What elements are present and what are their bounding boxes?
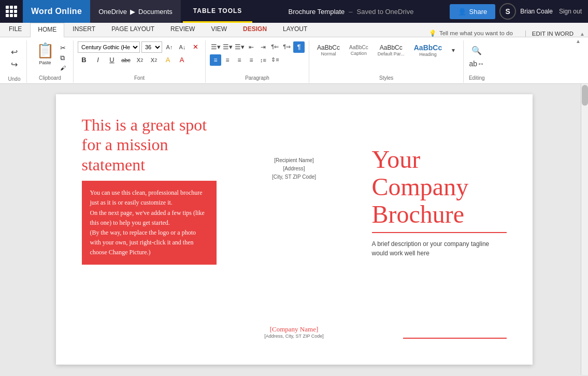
para-spacing-button[interactable]: ⇕≡ xyxy=(269,54,281,66)
table-tools-section: TABLE TOOLS xyxy=(183,0,253,23)
tell-me-area[interactable]: 💡 Tell me what you want to do xyxy=(423,30,519,37)
recipient-address[interactable]: [Recipient Name] [Address] [City, ST ZIP… xyxy=(272,156,316,181)
font-color-button[interactable]: A xyxy=(176,54,188,66)
multilevel-list-button[interactable]: ☰▾ xyxy=(234,41,245,53)
numbered-list-button[interactable]: ☰▾ xyxy=(222,41,233,53)
scroll-thumb[interactable] xyxy=(582,85,588,106)
copy-button[interactable]: ⧉ xyxy=(59,53,67,63)
align-left-button[interactable]: ≡ xyxy=(210,54,221,66)
italic-button[interactable]: I xyxy=(92,54,104,66)
style-heading[interactable]: AaBbCc Heading xyxy=(410,41,446,60)
style-default-par[interactable]: AaBbCc Default Par... xyxy=(374,42,408,59)
style-normal[interactable]: AaBbCc Normal xyxy=(313,42,343,59)
brochure-description[interactable]: A brief description or your company tagl… xyxy=(372,239,507,258)
tab-layout[interactable]: LAYOUT xyxy=(275,22,315,37)
ribbon-collapse-arrow[interactable]: ▲ xyxy=(578,31,587,37)
brochure-column: Your Company Brochure A brief descriptio… xyxy=(372,115,507,344)
company-address: [Address, City, ST ZIP Code] xyxy=(264,334,324,339)
increase-indent-button[interactable]: ⇥ xyxy=(257,41,269,53)
superscript-button[interactable]: X2 xyxy=(148,54,160,66)
format-painter-button[interactable]: 🖌 xyxy=(59,64,67,72)
styles-label: Styles xyxy=(379,75,393,81)
align-center-button[interactable]: ≡ xyxy=(222,54,233,66)
vertical-scrollbar[interactable] xyxy=(581,84,588,375)
tab-design[interactable]: DESIGN xyxy=(235,22,275,37)
subscript-button[interactable]: X2 xyxy=(134,54,146,66)
lightbulb-icon: 💡 xyxy=(429,30,436,37)
increase-font-button[interactable]: A↑ xyxy=(164,41,175,53)
undo-label: Undo xyxy=(8,76,21,82)
paragraph-label: Paragraph xyxy=(245,75,269,81)
doc-name: Brochure Template xyxy=(288,8,345,16)
styles-section: AaBbCc Normal AaBbCc Caption AaBbCc Defa… xyxy=(309,40,464,83)
align-right-button[interactable]: ≡ xyxy=(234,54,245,66)
font-section: Century Gothic (He 36 A↑ A↓ ✕ B I U abc … xyxy=(74,40,206,83)
doc-area: This is a great spot for a mission state… xyxy=(0,84,588,375)
editing-section: 🔍 ab↔ Editing xyxy=(464,40,490,83)
cut-button[interactable]: ✂ xyxy=(59,44,67,53)
font-size-select[interactable]: 36 xyxy=(141,41,162,53)
nav-separator: ▶ xyxy=(130,8,135,16)
style-caption-preview: AaBbCc xyxy=(349,45,368,51)
company-footer: [Company Name] [Address, City, ST ZIP Co… xyxy=(264,325,324,344)
share-person-icon: 👤 xyxy=(458,8,466,16)
style-default-preview: AaBbCc xyxy=(380,44,403,51)
tab-page-layout[interactable]: PAGE LAYOUT xyxy=(104,22,162,37)
doc-page: This is a great spot for a mission state… xyxy=(56,94,533,365)
ribbon-content: ↩ ↪ Undo 📋 Paste ✂ ⧉ 🖌 Clipboard Century… xyxy=(0,37,588,84)
paste-button[interactable]: 📋 Paste xyxy=(33,41,58,65)
clipboard-label: Clipboard xyxy=(39,75,61,81)
font-family-select[interactable]: Century Gothic (He xyxy=(78,41,140,53)
share-button[interactable]: 👤 Share xyxy=(450,4,496,19)
edit-in-word[interactable]: EDIT IN WORD xyxy=(525,31,573,37)
mission-title[interactable]: This is a great spot for a mission state… xyxy=(82,115,217,175)
clear-format-button[interactable]: ✕ xyxy=(190,41,201,53)
undo-button[interactable]: ↩ xyxy=(9,46,20,57)
style-default-name: Default Par... xyxy=(378,51,405,56)
bullet-list-button[interactable]: ☰▾ xyxy=(210,41,221,53)
undo-section: ↩ ↪ Undo xyxy=(2,40,27,83)
line-spacing-button[interactable]: ↕≡ xyxy=(257,54,269,66)
tab-home[interactable]: HOME xyxy=(30,23,64,37)
decrease-font-button[interactable]: A↓ xyxy=(177,41,188,53)
bold-button[interactable]: B xyxy=(78,54,90,66)
justify-button[interactable]: ≡ xyxy=(246,54,257,66)
table-tools-tab[interactable]: TABLE TOOLS xyxy=(183,0,253,23)
tab-view[interactable]: VIEW xyxy=(203,22,235,37)
more-styles-button[interactable]: ▾ xyxy=(448,45,459,56)
app-grid-button[interactable] xyxy=(0,0,23,23)
highlight-button[interactable]: A xyxy=(162,54,174,66)
sign-out-link[interactable]: Sign out xyxy=(559,8,582,15)
mission-body[interactable]: You can use this clean, professional bro… xyxy=(82,181,217,265)
para-mark-button[interactable]: ¶ xyxy=(293,41,305,53)
company-name[interactable]: [Company Name] xyxy=(264,325,324,334)
avatar: S xyxy=(499,3,516,20)
clipboard-section: 📋 Paste ✂ ⧉ 🖌 Clipboard xyxy=(27,40,74,83)
tab-file[interactable]: FILE xyxy=(1,22,30,37)
top-bar: Word Online OneDrive ▶ Documents TABLE T… xyxy=(0,0,588,23)
strikethrough-button[interactable]: abc xyxy=(120,54,132,66)
word-logo: Word Online xyxy=(23,0,90,23)
editing-search-button[interactable]: 🔍 xyxy=(471,45,482,56)
editing-label: Editing xyxy=(469,75,485,81)
style-caption-name: Caption xyxy=(351,51,367,56)
ltr-button[interactable]: ¶⇐ xyxy=(269,41,281,53)
brochure-title[interactable]: Your Company Brochure xyxy=(372,146,507,233)
decrease-indent-button[interactable]: ⇤ xyxy=(246,41,257,53)
editing-more-button[interactable]: ab↔ xyxy=(471,58,482,69)
font-label: Font xyxy=(134,75,145,81)
mission-column: This is a great spot for a mission state… xyxy=(82,115,217,344)
saved-status: Saved to OneDrive xyxy=(357,8,414,16)
ribbon-expand-button[interactable]: ▲ xyxy=(576,38,581,44)
tab-review[interactable]: REVIEW xyxy=(163,22,203,37)
redo-button[interactable]: ↪ xyxy=(9,59,20,70)
paragraph-section: ☰▾ ☰▾ ☰▾ ⇤ ⇥ ¶⇐ ¶⇒ ¶ ≡ ≡ ≡ ≡ ↕≡ ⇕≡ Parag… xyxy=(206,40,309,83)
nav-path[interactable]: OneDrive ▶ Documents xyxy=(90,0,181,23)
rtl-button[interactable]: ¶⇒ xyxy=(281,41,293,53)
style-normal-preview: AaBbCc xyxy=(317,44,340,51)
style-normal-name: Normal xyxy=(321,51,336,56)
underline-button[interactable]: U xyxy=(106,54,118,66)
tab-insert[interactable]: INSERT xyxy=(65,22,103,37)
style-caption[interactable]: AaBbCc Caption xyxy=(346,42,372,58)
address-column: [Recipient Name] [Address] [City, ST ZIP… xyxy=(227,115,362,344)
